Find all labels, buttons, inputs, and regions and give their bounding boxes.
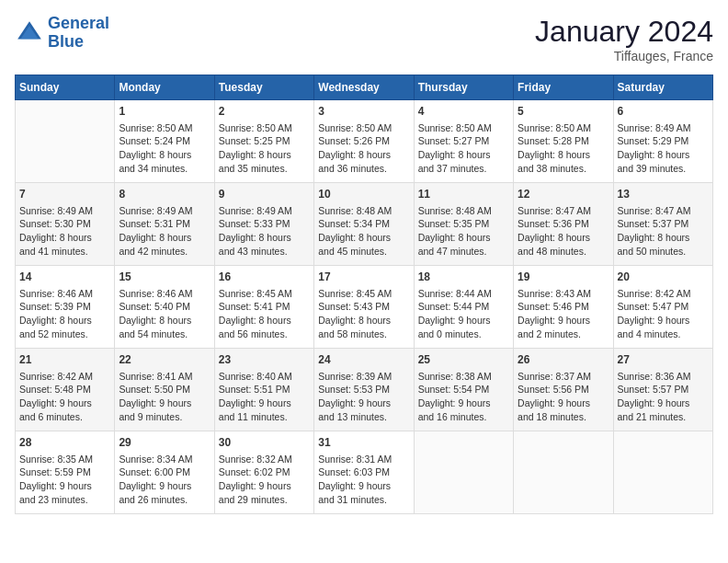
cell-info: Daylight: 9 hours (618, 396, 709, 410)
cell-info: Sunset: 5:36 PM (518, 217, 609, 231)
cell-info: Daylight: 8 hours (219, 148, 310, 162)
cell-info: Sunrise: 8:50 AM (318, 121, 409, 135)
logo-icon (15, 18, 44, 48)
calendar-cell (16, 100, 115, 183)
cell-info: Sunrise: 8:49 AM (19, 204, 110, 218)
calendar-cell: 1Sunrise: 8:50 AMSunset: 5:24 PMDaylight… (115, 100, 214, 183)
cell-info: Sunrise: 8:43 AM (518, 287, 609, 301)
cell-info: Sunset: 5:46 PM (518, 300, 609, 314)
column-header-thursday: Thursday (414, 75, 513, 100)
cell-info: Sunrise: 8:41 AM (119, 370, 210, 384)
cell-info: Daylight: 8 hours (119, 148, 210, 162)
calendar-cell: 28Sunrise: 8:35 AMSunset: 5:59 PMDayligh… (16, 431, 115, 514)
day-number: 2 (219, 104, 310, 120)
column-header-sunday: Sunday (16, 75, 115, 100)
logo-text: General Blue (48, 15, 109, 52)
cell-info: and 21 minutes. (618, 410, 709, 424)
cell-info: Sunrise: 8:35 AM (19, 453, 110, 466)
calendar-cell: 13Sunrise: 8:47 AMSunset: 5:37 PMDayligh… (613, 183, 712, 266)
day-number: 14 (19, 270, 110, 285)
day-number: 25 (418, 352, 509, 368)
calendar-cell: 20Sunrise: 8:42 AMSunset: 5:47 PMDayligh… (613, 266, 712, 349)
calendar-cell: 5Sunrise: 8:50 AMSunset: 5:28 PMDaylight… (514, 100, 613, 183)
cell-info: Daylight: 8 hours (219, 314, 310, 327)
cell-info: and 43 minutes. (219, 245, 310, 259)
cell-info: Sunset: 5:33 PM (219, 217, 310, 231)
cell-info: and 45 minutes. (318, 245, 409, 259)
calendar-cell: 18Sunrise: 8:44 AMSunset: 5:44 PMDayligh… (414, 266, 513, 349)
day-number: 13 (618, 187, 709, 202)
cell-info: Sunset: 5:48 PM (19, 383, 110, 396)
column-header-wednesday: Wednesday (314, 75, 414, 100)
calendar-week-row: 28Sunrise: 8:35 AMSunset: 5:59 PMDayligh… (16, 431, 713, 514)
cell-info: Sunrise: 8:50 AM (219, 121, 310, 135)
cell-info: Sunset: 5:44 PM (418, 300, 509, 314)
cell-info: Daylight: 9 hours (518, 314, 609, 327)
cell-info: Sunset: 5:50 PM (119, 383, 210, 396)
day-number: 23 (219, 352, 310, 368)
cell-info: and 9 minutes. (119, 410, 210, 424)
calendar-cell: 12Sunrise: 8:47 AMSunset: 5:36 PMDayligh… (514, 183, 613, 266)
cell-info: Daylight: 9 hours (518, 396, 609, 410)
day-number: 8 (119, 187, 210, 202)
cell-info: Daylight: 9 hours (119, 396, 210, 410)
cell-info: Sunset: 5:47 PM (618, 300, 709, 314)
cell-info: Sunrise: 8:50 AM (119, 121, 210, 135)
cell-info: and 42 minutes. (119, 245, 210, 259)
cell-info: Sunset: 5:29 PM (618, 134, 709, 148)
column-header-friday: Friday (514, 75, 613, 100)
calendar-cell: 23Sunrise: 8:40 AMSunset: 5:51 PMDayligh… (214, 349, 313, 431)
calendar-week-row: 14Sunrise: 8:46 AMSunset: 5:39 PMDayligh… (16, 266, 713, 349)
day-number: 4 (418, 104, 509, 120)
calendar-cell: 16Sunrise: 8:45 AMSunset: 5:41 PMDayligh… (214, 266, 313, 349)
day-number: 26 (518, 352, 609, 368)
cell-info: and 29 minutes. (219, 493, 310, 507)
calendar-header-row: SundayMondayTuesdayWednesdayThursdayFrid… (16, 75, 713, 100)
cell-info: Daylight: 8 hours (518, 231, 609, 245)
cell-info: Daylight: 9 hours (418, 314, 509, 327)
cell-info: Daylight: 8 hours (418, 231, 509, 245)
day-number: 21 (19, 352, 110, 368)
cell-info: Sunset: 5:39 PM (19, 300, 110, 314)
cell-info: Daylight: 8 hours (19, 231, 110, 245)
cell-info: Daylight: 9 hours (19, 479, 110, 493)
cell-info: Daylight: 9 hours (618, 314, 709, 327)
calendar-cell: 14Sunrise: 8:46 AMSunset: 5:39 PMDayligh… (16, 266, 115, 349)
day-number: 18 (418, 270, 509, 285)
day-number: 17 (318, 270, 409, 285)
cell-info: and 26 minutes. (119, 493, 210, 507)
cell-info: Sunrise: 8:42 AM (618, 287, 709, 301)
cell-info: Daylight: 8 hours (119, 231, 210, 245)
cell-info: Sunrise: 8:49 AM (618, 121, 709, 135)
day-number: 3 (318, 104, 409, 120)
cell-info: and 56 minutes. (219, 327, 310, 341)
cell-info: Sunset: 5:41 PM (219, 300, 310, 314)
cell-info: and 0 minutes. (418, 327, 509, 341)
cell-info: Sunrise: 8:34 AM (119, 453, 210, 466)
cell-info: Daylight: 8 hours (318, 148, 409, 162)
cell-info: Sunrise: 8:31 AM (318, 453, 409, 466)
day-number: 10 (318, 187, 409, 202)
day-number: 19 (518, 270, 609, 285)
cell-info: Sunset: 5:28 PM (518, 134, 609, 148)
calendar-cell (414, 431, 513, 514)
cell-info: and 54 minutes. (119, 327, 210, 341)
cell-info: and 18 minutes. (518, 410, 609, 424)
day-number: 16 (219, 270, 310, 285)
page-header: General Blue January 2024 Tiffauges, Fra… (15, 15, 713, 63)
column-header-saturday: Saturday (613, 75, 712, 100)
cell-info: and 50 minutes. (618, 245, 709, 259)
calendar-cell: 30Sunrise: 8:32 AMSunset: 6:02 PMDayligh… (214, 431, 313, 514)
cell-info: Sunrise: 8:46 AM (19, 287, 110, 301)
calendar-cell: 21Sunrise: 8:42 AMSunset: 5:48 PMDayligh… (16, 349, 115, 431)
cell-info: Sunset: 5:35 PM (418, 217, 509, 231)
day-number: 15 (119, 270, 210, 285)
cell-info: Daylight: 9 hours (318, 479, 409, 493)
calendar-week-row: 21Sunrise: 8:42 AMSunset: 5:48 PMDayligh… (16, 349, 713, 431)
month-title: January 2024 (535, 15, 713, 49)
cell-info: Sunset: 5:59 PM (19, 465, 110, 479)
day-number: 11 (418, 187, 509, 202)
cell-info: Sunrise: 8:45 AM (219, 287, 310, 301)
cell-info: Sunrise: 8:32 AM (219, 453, 310, 466)
cell-info: Sunrise: 8:38 AM (418, 370, 509, 384)
